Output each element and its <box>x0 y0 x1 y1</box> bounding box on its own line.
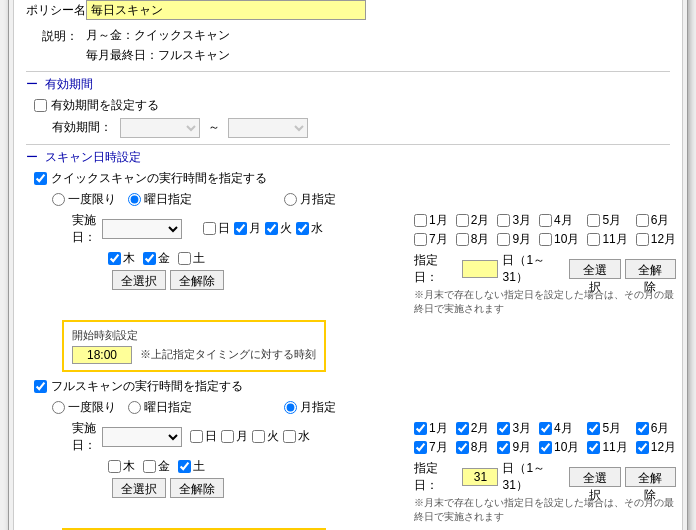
quick-wd-thu[interactable] <box>108 252 121 265</box>
full-wd-fri[interactable] <box>143 460 156 473</box>
full-m6[interactable] <box>636 422 649 435</box>
quick-jitsu-row: 実施日： 日 月 <box>52 212 402 246</box>
quick-day-select-all-btn[interactable]: 全選択 <box>569 259 620 279</box>
full-wd-tue[interactable] <box>252 430 265 443</box>
quick-time-input[interactable] <box>72 346 132 364</box>
full-m12[interactable] <box>636 441 649 454</box>
full-m7[interactable] <box>414 441 427 454</box>
quick-wd-wed[interactable] <box>296 222 309 235</box>
quick-weekly-radio[interactable] <box>128 193 141 206</box>
quick-m1[interactable] <box>414 214 427 227</box>
full-clear-all-btn[interactable]: 全解除 <box>170 478 224 498</box>
quick-wd-tue[interactable] <box>265 222 278 235</box>
quick-m7[interactable] <box>414 233 427 246</box>
full-weekday-row2: 木 金 土 <box>108 458 402 475</box>
quick-once-label[interactable]: 一度限り <box>52 191 116 208</box>
validity-period-row: 有効期間： ～ <box>34 118 670 138</box>
full-wd-sat[interactable] <box>178 460 191 473</box>
full-jitsu-select[interactable] <box>102 427 182 447</box>
full-wd-wed[interactable] <box>283 430 296 443</box>
validity-end-select[interactable] <box>228 118 308 138</box>
quick-m2[interactable] <box>456 214 469 227</box>
full-m4[interactable] <box>539 422 552 435</box>
quick-m5[interactable] <box>587 214 600 227</box>
quick-scan-label: クイックスキャンの実行時間を指定する <box>51 170 267 187</box>
full-weekly-label[interactable]: 曜日指定 <box>128 399 192 416</box>
validity-content: 有効期間を設定する 有効期間： ～ <box>26 97 670 138</box>
full-jitsu-row: 実施日： 日 月 <box>52 420 402 454</box>
quick-specify-day-label: 指定日： <box>414 252 458 286</box>
quick-time-row: ※上記指定タイミングに対する時刻 <box>72 346 316 364</box>
full-m11[interactable] <box>587 441 600 454</box>
full-scan-checkbox[interactable] <box>34 380 47 393</box>
quick-m9[interactable] <box>497 233 510 246</box>
desc-line2: 毎月最終日：フルスキャン <box>86 46 670 65</box>
full-specify-day-input[interactable] <box>462 468 498 486</box>
full-scan-block: フルスキャンの実行時間を指定する 一度限り 曜日指定 <box>34 378 670 530</box>
full-wd-mon[interactable] <box>221 430 234 443</box>
full-monthly-grid: 1月 2月 3月 4月 5月 6月 7月 8月 9月 10月 11月 <box>414 420 676 456</box>
quick-time-note: ※上記指定タイミングに対する時刻 <box>140 347 316 362</box>
quick-scan-block: クイックスキャンの実行時間を指定する 一度限り 曜日指定 <box>34 170 670 372</box>
quick-wd-mon[interactable] <box>234 222 247 235</box>
quick-m8[interactable] <box>456 233 469 246</box>
quick-select-all-btn[interactable]: 全選択 <box>112 270 166 290</box>
full-monthly-radio[interactable] <box>284 401 297 414</box>
full-once-radio[interactable] <box>52 401 65 414</box>
quick-monthly-grid: 1月 2月 3月 4月 5月 6月 7月 8月 9月 10月 11月 <box>414 212 676 248</box>
validity-start-select[interactable] <box>120 118 200 138</box>
quick-m6[interactable] <box>636 214 649 227</box>
quick-m10[interactable] <box>539 233 552 246</box>
quick-scan-checkbox[interactable] <box>34 172 47 185</box>
full-m1[interactable] <box>414 422 427 435</box>
quick-jitsu-select[interactable] <box>102 219 182 239</box>
scan-content: クイックスキャンの実行時間を指定する 一度限り 曜日指定 <box>26 170 670 530</box>
policy-label: ポリシー名： <box>26 0 86 19</box>
quick-m11[interactable] <box>587 233 600 246</box>
policy-name-input[interactable] <box>86 0 366 20</box>
quick-m12[interactable] <box>636 233 649 246</box>
quick-once-radio[interactable] <box>52 193 65 206</box>
validity-checkbox[interactable] <box>34 99 47 112</box>
quick-m3[interactable] <box>497 214 510 227</box>
full-m9[interactable] <box>497 441 510 454</box>
quick-day-clear-all-btn[interactable]: 全解除 <box>625 259 676 279</box>
full-monthly-label[interactable]: 月指定 <box>284 399 336 416</box>
quick-wd-fri[interactable] <box>143 252 156 265</box>
validity-checkbox-label: 有効期間を設定する <box>51 97 159 114</box>
quick-m4[interactable] <box>539 214 552 227</box>
full-m5[interactable] <box>587 422 600 435</box>
full-m10[interactable] <box>539 441 552 454</box>
quick-note: ※月末で存在しない指定日を設定した場合は、その月の最終日で実施されます <box>414 288 676 316</box>
quick-clear-all-btn[interactable]: 全解除 <box>170 270 224 290</box>
full-btn-row: 全選択 全解除 <box>112 478 402 498</box>
full-m3[interactable] <box>497 422 510 435</box>
full-wd-thu[interactable] <box>108 460 121 473</box>
quick-wd-sun[interactable] <box>203 222 216 235</box>
full-scan-right: 1月 2月 3月 4月 5月 6月 7月 8月 9月 10月 11月 <box>402 420 676 524</box>
full-day-select-all-btn[interactable]: 全選択 <box>569 467 620 487</box>
full-specify-day-label: 指定日： <box>414 460 458 494</box>
scan-section-header: ー スキャン日時設定 <box>26 144 670 166</box>
quick-scan-twocol: 実施日： 日 月 <box>52 212 670 316</box>
full-wd-sun[interactable] <box>190 430 203 443</box>
quick-monthly-label[interactable]: 月指定 <box>284 191 336 208</box>
validity-tilde: ～ <box>208 119 220 136</box>
full-m8[interactable] <box>456 441 469 454</box>
full-m2[interactable] <box>456 422 469 435</box>
quick-weekday-row2: 木 金 土 <box>108 250 402 267</box>
quick-time-box: 開始時刻設定 ※上記指定タイミングに対する時刻 <box>62 320 326 372</box>
quick-monthly-radio[interactable] <box>284 193 297 206</box>
quick-time-section-label: 開始時刻設定 <box>72 328 316 343</box>
full-once-label[interactable]: 一度限り <box>52 399 116 416</box>
desc-line1: 月～金：クイックスキャン <box>86 26 670 45</box>
quick-wd-sat[interactable] <box>178 252 191 265</box>
full-weekly-radio[interactable] <box>128 401 141 414</box>
validity-checkbox-row: 有効期間を設定する <box>34 97 670 114</box>
full-day-clear-all-btn[interactable]: 全解除 <box>625 467 676 487</box>
quick-specify-day-input[interactable] <box>462 260 498 278</box>
validity-period-label: 有効期間： <box>52 119 112 136</box>
full-select-all-btn[interactable]: 全選択 <box>112 478 166 498</box>
full-scan-radio-row: 一度限り 曜日指定 月指定 <box>52 399 670 416</box>
quick-weekly-label[interactable]: 曜日指定 <box>128 191 192 208</box>
